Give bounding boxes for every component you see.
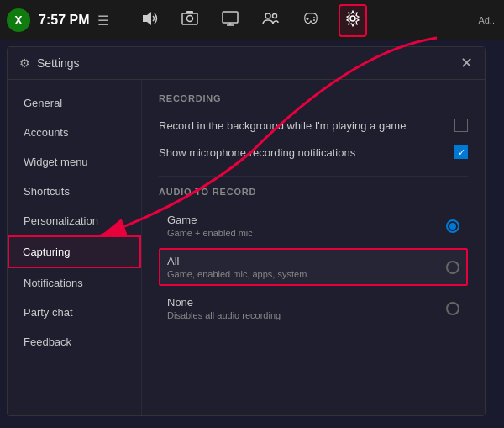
svg-rect-4 [223,12,238,23]
display-icon[interactable] [218,6,243,35]
recording-background-row: Record in the background while I'm playi… [159,114,468,137]
audio-option-all[interactable]: All Game, enabled mic, apps, system [159,248,468,286]
svg-point-8 [273,13,277,18]
audio-game-radio[interactable] [446,219,459,233]
settings-body: General Accounts Widget menu Shortcuts P… [8,80,485,415]
taskbar-center [129,4,375,37]
sidebar-item-accounts[interactable]: Accounts [8,118,141,147]
settings-sidebar: General Accounts Widget menu Shortcuts P… [8,80,142,415]
svg-point-7 [265,13,270,18]
sidebar-item-general[interactable]: General [8,88,141,118]
svg-marker-0 [143,12,151,25]
taskbar-time: 7:57 PM [39,13,89,28]
controller-icon[interactable] [298,6,323,35]
svg-point-12 [313,19,315,21]
close-button[interactable]: ✕ [460,55,473,71]
audio-game-sublabel: Game + enabled mic [167,228,253,238]
sidebar-item-capturing[interactable]: Capturing [8,235,141,268]
svg-point-2 [187,15,193,21]
svg-rect-3 [186,11,193,13]
volume-icon[interactable] [137,6,162,35]
recording-mic-row: Show microphone recording notifications … [159,140,468,164]
capture-icon[interactable] [177,6,202,35]
recording-mic-checkbox[interactable]: ✓ [454,145,468,159]
audio-none-label: None [167,296,281,309]
audio-section-title: AUDIO TO RECORD [159,187,468,197]
audio-game-label: Game [167,214,253,226]
sidebar-item-feedback[interactable]: Feedback [8,327,141,357]
sidebar-item-widget-menu[interactable]: Widget menu [8,147,141,177]
recording-background-checkbox[interactable] [454,119,468,132]
sidebar-item-personalization[interactable]: Personalization [8,206,141,235]
svg-point-11 [313,17,315,18]
taskbar-right: Ad... [375,15,497,25]
recording-background-label: Record in the background while I'm playi… [159,119,406,132]
settings-gear-icon: ⚙ [19,56,30,70]
audio-option-none[interactable]: None Disables all audio recording [159,289,468,327]
sidebar-item-party-chat[interactable]: Party chat [8,298,141,327]
audio-all-radio[interactable] [446,261,459,274]
audio-none-radio[interactable] [446,302,459,315]
audio-all-sublabel: Game, enabled mic, apps, system [167,269,307,279]
taskbar-right-text: Ad... [478,15,497,25]
section-divider [159,176,468,177]
taskbar: X 7:57 PM ☰ [0,0,504,40]
settings-header: ⚙ Settings ✕ [8,47,485,80]
settings-dialog: ⚙ Settings ✕ General Accounts Widget men… [7,46,486,416]
xbox-logo-icon: X [7,8,30,32]
audio-option-game[interactable]: Game Game + enabled mic [159,207,468,245]
sidebar-item-notifications[interactable]: Notifications [8,268,141,298]
recording-mic-label: Show microphone recording notifications [159,146,355,159]
menu-icon[interactable]: ☰ [97,13,109,29]
svg-point-13 [350,16,355,21]
settings-main-content: RECORDING Record in the background while… [142,80,485,415]
sidebar-item-shortcuts[interactable]: Shortcuts [8,177,141,206]
audio-none-sublabel: Disables all audio recording [167,310,281,320]
gear-icon-taskbar[interactable] [339,4,367,37]
taskbar-left: X 7:57 PM ☰ [7,8,129,32]
recording-section-title: RECORDING [159,93,468,103]
people-icon[interactable] [258,6,283,35]
audio-all-label: All [167,255,307,267]
settings-title: Settings [37,56,80,70]
